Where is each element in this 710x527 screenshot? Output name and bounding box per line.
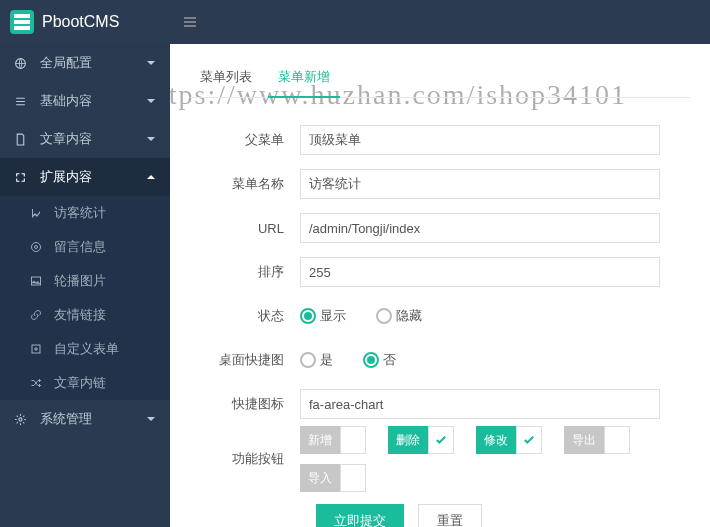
radio-label: 显示: [320, 307, 346, 325]
label-status: 状态: [190, 307, 300, 325]
sidebar-group-extend[interactable]: 扩展内容: [0, 158, 170, 196]
reset-button[interactable]: 重置: [418, 504, 482, 527]
image-icon: [30, 275, 46, 287]
gear-icon: [14, 413, 30, 426]
label-sort: 排序: [190, 263, 300, 281]
status-hide-radio[interactable]: 隐藏: [376, 307, 422, 325]
sort-input[interactable]: [300, 257, 660, 287]
menu-form: 父菜单 菜单名称 URL 排序 状态 显示 隐藏: [190, 118, 690, 527]
radio-label: 隐藏: [396, 307, 422, 325]
shuffle-icon: [30, 377, 46, 389]
sidebar: 全局配置 基础内容 文章内容 扩展内容 访客统计 留言信息: [0, 44, 170, 527]
sidebar-label: 基础内容: [40, 92, 92, 110]
label-funcbtns: 功能按钮: [190, 450, 300, 468]
chart-icon: [30, 207, 46, 219]
plus-square-icon: [30, 343, 46, 355]
brand-logo[interactable]: PbootCMS: [0, 0, 170, 44]
svg-point-1: [32, 243, 41, 252]
sidebar-item-message[interactable]: 留言信息: [0, 230, 170, 264]
name-input[interactable]: [300, 169, 660, 199]
label-icon: 快捷图标: [190, 395, 300, 413]
funcbtn-delete[interactable]: 删除: [388, 426, 428, 454]
check-icon: [435, 435, 447, 445]
svg-point-5: [19, 417, 22, 420]
caret-down-icon: [146, 94, 156, 109]
bars-icon: [182, 14, 198, 30]
caret-down-icon: [146, 412, 156, 427]
funcbtn-import-check[interactable]: [340, 464, 366, 492]
top-header: PbootCMS: [0, 0, 710, 44]
sidebar-item-label: 留言信息: [54, 239, 106, 256]
radio-label: 是: [320, 351, 333, 369]
sidebar-item-label: 自定义表单: [54, 341, 119, 358]
file-icon: [14, 133, 30, 146]
list-icon: [14, 95, 30, 108]
tab-menu-list[interactable]: 菜单列表: [190, 62, 262, 97]
sidebar-item-label: 友情链接: [54, 307, 106, 324]
tab-menu-add[interactable]: 菜单新增: [268, 62, 340, 98]
funcbtn-add[interactable]: 新增: [300, 426, 340, 454]
shortcut-no-radio[interactable]: 否: [363, 351, 396, 369]
sidebar-toggle-button[interactable]: [170, 0, 210, 44]
sidebar-label: 文章内容: [40, 130, 92, 148]
main-content: https://www.huzhan.com/ishop34101 菜单列表 菜…: [170, 44, 710, 527]
funcbtn-add-check[interactable]: [340, 426, 366, 454]
caret-down-icon: [146, 132, 156, 147]
funcbtn-modify[interactable]: 修改: [476, 426, 516, 454]
funcbtn-import[interactable]: 导入: [300, 464, 340, 492]
sidebar-group-system[interactable]: 系统管理: [0, 400, 170, 438]
label-shortcut: 桌面快捷图: [190, 351, 300, 369]
label-name: 菜单名称: [190, 175, 300, 193]
url-input[interactable]: [300, 213, 660, 243]
expand-icon: [14, 171, 30, 184]
sidebar-label: 系统管理: [40, 410, 92, 428]
label-url: URL: [190, 221, 300, 236]
check-icon: [523, 435, 535, 445]
sidebar-group-global[interactable]: 全局配置: [0, 44, 170, 82]
brand-text: PbootCMS: [42, 13, 119, 31]
tabs: 菜单列表 菜单新增: [190, 62, 690, 98]
sidebar-item-innerlink[interactable]: 文章内链: [0, 366, 170, 400]
sidebar-group-basic[interactable]: 基础内容: [0, 82, 170, 120]
globe-icon: [14, 57, 30, 70]
label-parent: 父菜单: [190, 131, 300, 149]
sidebar-label: 全局配置: [40, 54, 92, 72]
svg-point-2: [35, 246, 38, 249]
at-icon: [30, 241, 46, 253]
sidebar-item-label: 文章内链: [54, 375, 106, 392]
funcbtn-modify-check[interactable]: [516, 426, 542, 454]
sidebar-label: 扩展内容: [40, 168, 92, 186]
shortcut-yes-radio[interactable]: 是: [300, 351, 333, 369]
sidebar-group-article[interactable]: 文章内容: [0, 120, 170, 158]
caret-up-icon: [146, 170, 156, 185]
funcbtn-export[interactable]: 导出: [564, 426, 604, 454]
link-icon: [30, 309, 46, 321]
submit-button[interactable]: 立即提交: [316, 504, 404, 527]
caret-down-icon: [146, 56, 156, 71]
icon-input[interactable]: [300, 389, 660, 419]
sidebar-item-link[interactable]: 友情链接: [0, 298, 170, 332]
sidebar-item-form[interactable]: 自定义表单: [0, 332, 170, 366]
radio-label: 否: [383, 351, 396, 369]
sidebar-item-label: 访客统计: [54, 205, 106, 222]
parent-select[interactable]: [300, 125, 660, 155]
sidebar-subgroup-extend: 访客统计 留言信息 轮播图片 友情链接 自定义表单 文章内链: [0, 196, 170, 400]
brand-logo-icon: [10, 10, 34, 34]
sidebar-item-label: 轮播图片: [54, 273, 106, 290]
funcbtn-export-check[interactable]: [604, 426, 630, 454]
funcbtn-delete-check[interactable]: [428, 426, 454, 454]
sidebar-item-slide[interactable]: 轮播图片: [0, 264, 170, 298]
status-show-radio[interactable]: 显示: [300, 307, 346, 325]
sidebar-item-visitor-stats[interactable]: 访客统计: [0, 196, 170, 230]
